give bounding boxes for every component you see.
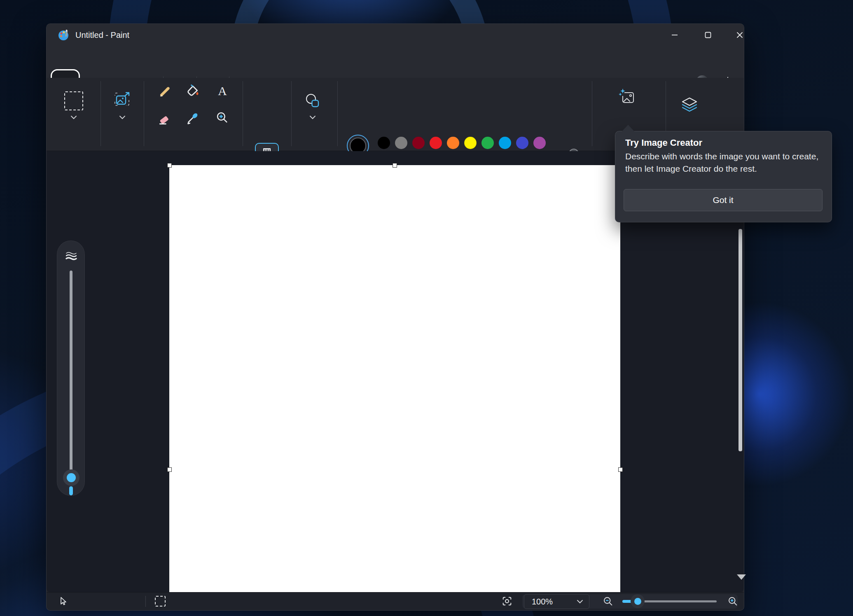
zoom-level-dropdown[interactable]: 100% — [524, 594, 589, 609]
minimize-button[interactable] — [663, 26, 687, 44]
canvas-resize-handle[interactable] — [393, 163, 397, 168]
palette-row-1 — [378, 137, 546, 149]
shapes-button[interactable] — [303, 91, 322, 110]
ribbon-divider — [337, 81, 338, 146]
thickness-slider-track[interactable] — [70, 271, 72, 478]
colour-swatch[interactable] — [464, 137, 477, 149]
tooltip-title: Try Image Creator — [625, 138, 822, 148]
svg-text:A: A — [218, 84, 227, 98]
eyedropper-tool-button[interactable] — [185, 112, 200, 126]
statusbar-divider — [145, 596, 146, 607]
magnifier-tool-button[interactable] — [215, 110, 229, 124]
ribbon-divider — [592, 81, 592, 146]
thickness-slider-thumb[interactable] — [63, 469, 79, 486]
thickness-icon — [64, 250, 79, 261]
selection-tool-button[interactable] — [64, 91, 83, 110]
chevron-down-icon[interactable] — [119, 115, 126, 119]
drawing-canvas[interactable] — [169, 165, 620, 593]
colour-swatch[interactable] — [378, 137, 390, 149]
colour-swatch[interactable] — [533, 137, 546, 149]
colour-swatch[interactable] — [430, 137, 442, 149]
text-tool-button[interactable]: A — [215, 84, 229, 98]
paint-window: Untitled - Paint File Edit View — [46, 23, 744, 611]
eraser-tool-button[interactable] — [157, 112, 171, 127]
tooltip-body: Describe with words the image you want t… — [625, 150, 824, 175]
colour-swatch[interactable] — [395, 137, 407, 149]
ribbon-divider — [291, 81, 292, 146]
canvas-resize-handle[interactable] — [167, 467, 172, 472]
statusbar: 100% — [47, 592, 744, 610]
canvas-resize-handle[interactable] — [618, 467, 623, 472]
paint-logo-icon — [57, 28, 70, 42]
chevron-down-icon[interactable] — [309, 115, 316, 119]
chevron-down-icon[interactable] — [70, 115, 77, 119]
ribbon-divider — [243, 81, 243, 146]
ribbon-divider — [144, 81, 144, 146]
colour-swatch[interactable] — [516, 137, 528, 149]
colour-swatch[interactable] — [447, 137, 459, 149]
fill-tool-button[interactable] — [186, 84, 201, 99]
desktop: Untitled - Paint File Edit View — [0, 0, 853, 616]
got-it-label: Got it — [713, 195, 733, 205]
maximize-button[interactable] — [696, 26, 720, 44]
ribbon-divider — [100, 81, 101, 146]
zoom-in-icon[interactable] — [727, 595, 738, 607]
thickness-slider-fill — [69, 486, 73, 495]
selection-rectangle-icon — [64, 91, 83, 110]
vertical-scrollbar-thumb[interactable] — [738, 229, 742, 451]
image-creator-tooltip: Try Image Creator Describe with words th… — [615, 131, 832, 222]
close-button[interactable] — [728, 26, 752, 44]
image-creator-button[interactable] — [619, 89, 638, 108]
scrollbar-down-arrow-icon[interactable] — [737, 574, 746, 580]
colour-swatch[interactable] — [412, 137, 425, 149]
layers-button[interactable] — [679, 96, 700, 114]
canvas-resize-handle[interactable] — [167, 163, 172, 168]
image-tool-button[interactable] — [112, 90, 132, 110]
cursor-position-icon — [58, 596, 68, 607]
zoom-level-value: 100% — [532, 597, 577, 607]
tooltip-beak — [622, 125, 635, 132]
window-title: Untitled - Paint — [75, 24, 129, 46]
menubar: File Edit View — [47, 46, 744, 78]
colour-swatch[interactable] — [499, 137, 511, 149]
zoom-out-icon[interactable] — [602, 595, 614, 607]
got-it-button[interactable]: Got it — [624, 189, 823, 211]
zoom-slider-thumb[interactable] — [631, 594, 645, 608]
pencil-tool-button[interactable] — [157, 85, 171, 99]
thickness-slider-panel — [57, 240, 85, 496]
selection-size-icon — [155, 596, 166, 607]
colour-swatch[interactable] — [481, 137, 494, 149]
fit-to-screen-icon[interactable] — [501, 595, 513, 607]
titlebar: Untitled - Paint — [47, 24, 744, 46]
